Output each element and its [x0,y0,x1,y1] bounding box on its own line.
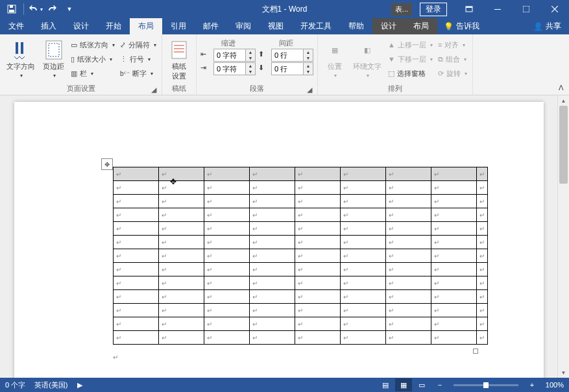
tab-devtools[interactable]: 开发工具 [292,18,340,34]
table-cell[interactable]: ↵ [431,195,477,208]
table-cell[interactable]: ↵ [295,195,341,208]
table-cell[interactable]: ↵ [204,263,250,276]
table-cell[interactable]: ↵ [431,181,477,195]
zoom-level[interactable]: 100% [546,381,564,389]
table-cell[interactable]: ↵ [477,331,488,345]
table-cell[interactable]: ↵ [341,331,386,345]
table-cell[interactable]: ↵ [431,249,477,263]
share-button[interactable]: 👤共享 [526,18,569,34]
table-cell[interactable]: ↵ [386,304,431,317]
tell-me[interactable]: 💡告诉我 [437,18,486,34]
table-cell[interactable]: ↵ [341,208,386,222]
table-cell[interactable]: ↵ [295,167,341,181]
table-cell[interactable]: ↵ [431,222,477,236]
table-cell[interactable]: ↵ [159,263,204,276]
table-cell[interactable]: ↵ [250,290,295,304]
table-cell[interactable]: ↵ [204,249,250,263]
table-cell[interactable]: ↵ [386,331,431,345]
table-cell[interactable]: ↵ [341,304,386,317]
table-cell[interactable]: ↵ [477,222,488,236]
table-cell[interactable]: ↵ [114,236,159,249]
table-cell[interactable]: ↵ [295,236,341,249]
table-row[interactable]: ↵↵↵↵↵↵↵↵↵ [114,236,488,249]
language-status[interactable]: 英语(美国) [34,380,67,390]
table-cell[interactable]: ↵ [477,304,488,317]
table-cell[interactable]: ↵ [295,181,341,195]
page-setup-dialog-launcher[interactable]: ◢ [150,86,158,93]
paragraph-dialog-launcher[interactable]: ◢ [306,86,313,93]
print-layout-button[interactable]: ▦ [395,378,412,391]
table-cell[interactable]: ↵ [477,181,488,195]
tab-insert[interactable]: 插入 [32,18,65,34]
table-cell[interactable]: ↵ [159,195,204,208]
table-cell[interactable]: ↵ [250,276,295,290]
align-button[interactable]: ≡对齐▾ [437,38,468,51]
table-cell[interactable]: ↵ [295,331,341,345]
web-layout-button[interactable]: ▭ [413,378,430,391]
table-cell[interactable]: ↵ [114,167,159,181]
table-cell[interactable]: ↵ [114,290,159,304]
table-cell[interactable]: ↵ [341,195,386,208]
table-cell[interactable]: ↵ [477,236,488,249]
table-cell[interactable]: ↵ [159,181,204,195]
table-row[interactable]: ↵↵↵↵↵↵↵↵↵ [114,208,488,222]
table-row[interactable]: ↵↵↵↵↵↵↵↵↵ [114,195,488,208]
table-cell[interactable]: ↵ [114,222,159,236]
group-button[interactable]: ⧉组合▾ [437,53,468,66]
table-cell[interactable]: ↵ [250,331,295,345]
space-before-input[interactable]: ▲▼ [271,49,313,62]
selection-pane-button[interactable]: ⬚选择窗格 [387,67,434,80]
size-button[interactable]: ▯纸张大小▾ [69,53,116,66]
login-button[interactable]: 登录 [420,3,447,16]
table-cell[interactable]: ↵ [114,263,159,276]
table-cell[interactable]: ↵ [295,304,341,317]
tab-home[interactable]: 开始 [97,18,130,34]
table-cell[interactable]: ↵ [159,236,204,249]
table-cell[interactable]: ↵ [341,236,386,249]
table-cell[interactable]: ↵ [295,208,341,222]
table-cell[interactable]: ↵ [341,290,386,304]
table-resize-handle[interactable] [473,349,478,354]
table-cell[interactable]: ↵ [341,222,386,236]
table-cell[interactable]: ↵ [204,167,250,181]
table-cell[interactable]: ↵ [250,222,295,236]
table-cell[interactable]: ↵ [431,236,477,249]
table-cell[interactable]: ↵ [250,317,295,331]
table-cell[interactable]: ↵ [431,208,477,222]
send-backward-button[interactable]: ▼下移一层▾ [387,53,434,66]
read-mode-button[interactable]: ▤ [377,378,394,391]
ribbon-display-options[interactable] [455,0,483,18]
table-cell[interactable]: ↵ [386,208,431,222]
table-cell[interactable]: ↵ [204,317,250,331]
table-cell[interactable]: ↵ [386,276,431,290]
table-cell[interactable]: ↵ [204,195,250,208]
position-button[interactable]: ▦位置▾ [322,38,348,80]
table-cell[interactable]: ↵ [477,263,488,276]
table-row[interactable]: ↵↵↵↵↵↵↵↵↵ [114,249,488,263]
bring-forward-button[interactable]: ▲上移一层▾ [387,38,434,51]
scroll-down-button[interactable]: ▼ [558,367,569,378]
table-cell[interactable]: ↵ [295,249,341,263]
table-row[interactable]: ↵↵↵↵↵↵↵↵↵ [114,181,488,195]
table-cell[interactable]: ↵ [341,263,386,276]
rotate-button[interactable]: ⟳旋转▾ [437,67,468,80]
breaks-button[interactable]: ⤦分隔符▾ [119,38,158,51]
table-cell[interactable]: ↵ [114,208,159,222]
macro-recording-icon[interactable]: ▶ [77,381,82,389]
save-button[interactable] [4,1,19,17]
table-cell[interactable]: ↵ [431,263,477,276]
zoom-slider[interactable] [454,384,518,386]
redo-button[interactable] [45,1,60,17]
tab-layout[interactable]: 布局 [130,18,162,34]
close-button[interactable] [540,0,569,18]
table-cell[interactable]: ↵ [114,249,159,263]
table-cell[interactable]: ↵ [114,276,159,290]
table-cell[interactable]: ↵ [341,167,386,181]
table-row[interactable]: ↵↵↵↵↵↵↵↵↵ [114,167,488,181]
table-cell[interactable]: ↵ [250,181,295,195]
table-row[interactable]: ↵↵↵↵↵↵↵↵↵ [114,304,488,317]
tab-file[interactable]: 文件 [0,18,32,34]
table-cell[interactable]: ↵ [250,195,295,208]
table-cell[interactable]: ↵ [114,331,159,345]
table-row[interactable]: ↵↵↵↵↵↵↵↵↵ [114,276,488,290]
